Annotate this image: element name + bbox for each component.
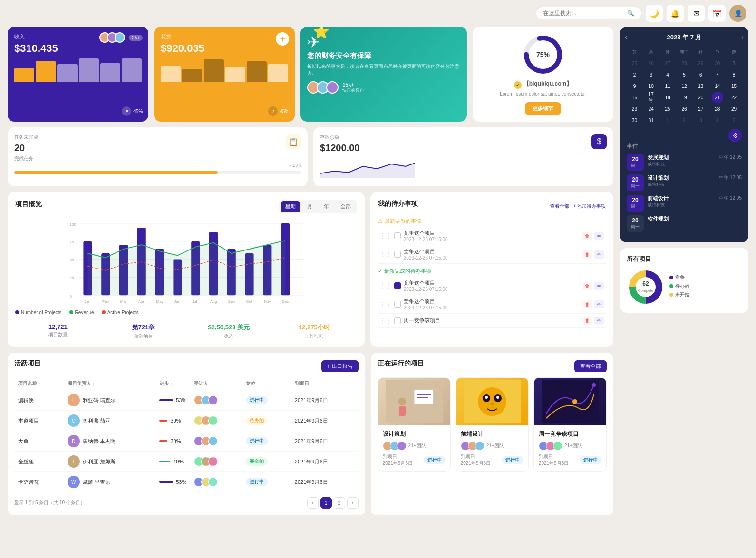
page-1-button[interactable]: 1 bbox=[320, 497, 332, 509]
todo-delete-3[interactable]: 🗑 bbox=[582, 282, 592, 290]
todo-edit-5[interactable]: ✏ bbox=[594, 317, 604, 325]
add-todo-link[interactable]: + 添加待办事项 bbox=[573, 203, 606, 210]
cal-day-4b[interactable]: 4 bbox=[712, 115, 723, 126]
cal-day-5b[interactable]: 5 bbox=[728, 115, 740, 126]
cal-day-26[interactable]: 26 bbox=[645, 58, 657, 69]
col-due[interactable]: 到期日 ↕ bbox=[291, 377, 359, 390]
cal-day-5[interactable]: 5 bbox=[678, 69, 690, 80]
cal-day-26b[interactable]: 26 bbox=[678, 103, 690, 115]
cal-day-14[interactable]: 14 bbox=[712, 80, 723, 92]
user-avatar-button[interactable]: 👤 bbox=[729, 5, 746, 22]
todo-check-4[interactable] bbox=[394, 301, 401, 308]
cal-day-29b[interactable]: 29 bbox=[728, 103, 740, 115]
mail-button[interactable]: ✉ bbox=[688, 5, 705, 22]
chart-ctrl-month[interactable]: 月 bbox=[302, 201, 317, 212]
view-all-running-button[interactable]: 查看全部 bbox=[574, 360, 607, 372]
cal-day-7[interactable]: 7 bbox=[712, 69, 723, 80]
cal-day-2b[interactable]: 2 bbox=[678, 115, 690, 126]
cal-day-1[interactable]: 1 bbox=[728, 58, 740, 69]
todo-delete-2[interactable]: 🗑 bbox=[582, 250, 592, 259]
todo-edit-2[interactable]: ✏ bbox=[594, 250, 604, 259]
cal-day-27[interactable]: 27 bbox=[662, 58, 673, 69]
cal-day-3b[interactable]: 3 bbox=[695, 115, 707, 126]
prev-page-button[interactable]: ‹ bbox=[307, 497, 319, 509]
calendar-button[interactable]: 📅 bbox=[708, 5, 726, 22]
more-details-button[interactable]: 更多细节 bbox=[525, 102, 561, 115]
avatar-group bbox=[99, 32, 125, 43]
drag-handle-1[interactable]: ⋮⋮ bbox=[380, 232, 391, 239]
cal-day-30b[interactable]: 30 bbox=[629, 115, 640, 126]
search-bar[interactable]: 🔍 bbox=[536, 7, 641, 19]
calendar-settings-button[interactable]: ⚙ bbox=[728, 129, 742, 142]
cal-day-1b[interactable]: 1 bbox=[662, 115, 673, 126]
cal-day-25[interactable]: 25 bbox=[629, 58, 640, 69]
cal-prev-button[interactable]: ‹ bbox=[625, 33, 627, 41]
project-due-4: 2021年9月6日 bbox=[291, 452, 359, 472]
chart-ctrl-all[interactable]: 全部 bbox=[336, 201, 356, 212]
event-day-2: 周一 bbox=[630, 183, 641, 189]
search-input[interactable] bbox=[543, 10, 623, 17]
todo-delete-4[interactable]: 🗑 bbox=[582, 300, 592, 308]
next-page-button[interactable]: › bbox=[347, 497, 359, 509]
project-assignee-5 bbox=[190, 472, 242, 492]
chart-ctrl-year[interactable]: 年 bbox=[319, 201, 334, 212]
todo-section: 我的待办事项 查看全部 + 添加待办事项 ⚠最新要做的事情 ⋮⋮ 竞争这个项目 bbox=[370, 192, 613, 347]
col-assignee[interactable]: 受让人 ↕ bbox=[190, 377, 242, 390]
col-name[interactable]: 项目名称 ↕ bbox=[14, 377, 64, 390]
cal-day-28[interactable]: 28 bbox=[678, 58, 690, 69]
cal-day-6[interactable]: 6 bbox=[695, 69, 707, 80]
todo-date-1: 2023-12-26 07:15:00 bbox=[404, 237, 448, 242]
drag-handle-2[interactable]: ⋮⋮ bbox=[380, 251, 391, 258]
cal-day-8[interactable]: 8 bbox=[728, 69, 740, 80]
cal-day-31[interactable]: 31 bbox=[645, 115, 657, 126]
todo-check-5[interactable] bbox=[394, 317, 401, 324]
todo-edit-4[interactable]: ✏ bbox=[594, 300, 604, 308]
col-progress[interactable]: 进步 ↕ bbox=[155, 377, 190, 390]
cal-day-29[interactable]: 29 bbox=[695, 58, 707, 69]
todo-edit-3[interactable]: ✏ bbox=[594, 282, 604, 290]
cal-next-button[interactable]: › bbox=[741, 33, 744, 41]
todo-check-3[interactable] bbox=[394, 282, 401, 289]
view-all-todo-link[interactable]: 查看全部 bbox=[550, 203, 569, 210]
cal-day-15[interactable]: 15 bbox=[728, 80, 740, 92]
todo-edit-1[interactable]: ✏ bbox=[594, 232, 604, 240]
add-expense-button[interactable]: + bbox=[276, 32, 289, 46]
cal-day-13[interactable]: 13 bbox=[695, 80, 707, 92]
cal-day-25b[interactable]: 25 bbox=[662, 103, 673, 115]
cal-day-22[interactable]: 22 bbox=[728, 92, 740, 103]
cal-day-17[interactable]: 17号 bbox=[645, 92, 657, 103]
cal-day-23[interactable]: 23 bbox=[629, 103, 640, 115]
cal-day-27b[interactable]: 27 bbox=[695, 103, 707, 115]
cal-day-12[interactable]: 12 bbox=[678, 80, 690, 92]
cal-day-11[interactable]: 11 bbox=[662, 80, 673, 92]
cal-day-2[interactable]: 2 bbox=[629, 69, 640, 80]
cal-day-19[interactable]: 19 bbox=[678, 92, 690, 103]
cal-day-16[interactable]: 16 bbox=[629, 92, 640, 103]
export-button[interactable]: ↑ 出口报告 bbox=[321, 360, 359, 372]
cal-day-4[interactable]: 4 bbox=[662, 69, 673, 80]
cal-day-30[interactable]: 30 bbox=[712, 58, 723, 69]
page-2-button[interactable]: 2 bbox=[334, 497, 345, 509]
cal-day-10[interactable]: 10 bbox=[645, 80, 657, 92]
cal-day-24[interactable]: 24 bbox=[645, 103, 657, 115]
theme-toggle-button[interactable]: 🌙 bbox=[646, 5, 663, 22]
cal-day-21-today[interactable]: 21 bbox=[712, 92, 723, 103]
cal-day-18[interactable]: 18 bbox=[662, 92, 673, 103]
drag-handle-4[interactable]: ⋮⋮ bbox=[380, 301, 391, 308]
todo-delete-1[interactable]: 🗑 bbox=[582, 232, 592, 240]
svg-point-51 bbox=[572, 399, 577, 404]
todo-check-1[interactable] bbox=[394, 232, 401, 239]
todo-delete-5[interactable]: 🗑 bbox=[582, 317, 592, 325]
todo-check-2[interactable] bbox=[394, 251, 401, 258]
col-manager[interactable]: 项目负责人 ↕ bbox=[64, 377, 156, 390]
notifications-button[interactable]: 🔔 bbox=[667, 5, 684, 22]
drag-handle-3[interactable]: ⋮⋮ bbox=[380, 282, 391, 289]
drag-handle-5[interactable]: ⋮⋮ bbox=[380, 317, 391, 324]
deadline-2: 2021年9月6日 bbox=[461, 460, 491, 467]
cal-day-9[interactable]: 9 bbox=[629, 80, 640, 92]
cal-day-20[interactable]: 20 bbox=[695, 92, 707, 103]
chart-ctrl-week[interactable]: 星期 bbox=[281, 201, 300, 212]
cal-day-3[interactable]: 3 bbox=[645, 69, 657, 80]
col-position[interactable]: 龙位 ↕ bbox=[242, 377, 291, 390]
cal-day-28b[interactable]: 28 bbox=[712, 103, 723, 115]
